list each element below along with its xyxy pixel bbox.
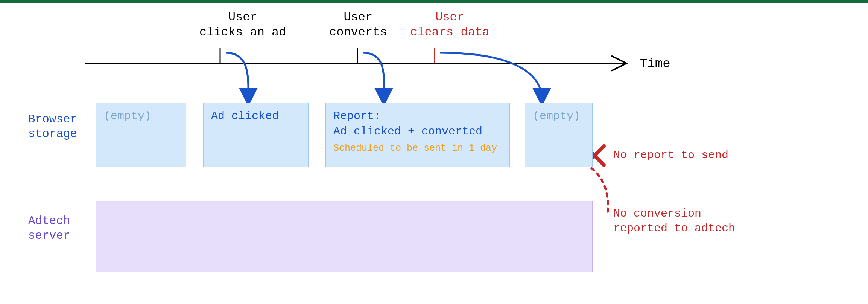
time-axis-label: Time	[640, 57, 670, 71]
storage-box-empty-2-text: (empty)	[533, 108, 585, 124]
window-accent-bar	[0, 0, 868, 3]
row-label-browser-storage: Browser storage	[28, 112, 77, 142]
arrow-click-to-storage	[226, 53, 248, 99]
storage-box-empty-1-text: (empty)	[104, 108, 178, 124]
storage-box-report-schedule: Scheduled to be sent in 1 day	[333, 143, 502, 154]
storage-box-report-title: Report: Ad clicked + converted	[333, 108, 502, 139]
event-label-clicks-ad: User clicks an ad	[199, 10, 286, 40]
storage-box-empty-1: (empty)	[96, 103, 186, 167]
adtech-server-box	[96, 201, 593, 272]
row-label-adtech-server: Adtech server	[28, 214, 70, 243]
event-label-converts: User converts	[329, 10, 387, 40]
storage-box-report: Report: Ad clicked + converted Scheduled…	[325, 103, 510, 167]
time-axis-arrowhead	[611, 56, 626, 71]
event-label-clears-data: User clears data	[410, 10, 489, 40]
storage-box-empty-2: (empty)	[525, 103, 593, 167]
arrow-convert-to-storage	[363, 53, 384, 99]
arrow-clear-to-storage	[440, 53, 542, 99]
storage-box-ad-clicked-text: Ad clicked	[211, 108, 301, 124]
annotation-no-conversion: No conversion reported to adtech	[613, 206, 735, 236]
diagram-stage: User clicks an ad User converts User cle…	[0, 3, 868, 304]
storage-box-ad-clicked: Ad clicked	[203, 103, 309, 167]
annotation-no-report: No report to send	[613, 148, 728, 163]
